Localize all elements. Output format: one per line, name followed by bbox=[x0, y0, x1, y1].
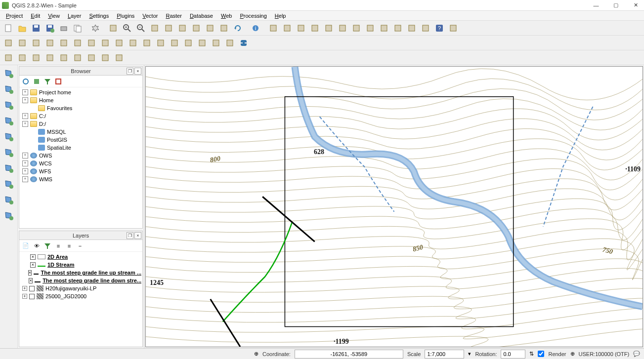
layer-item[interactable]: ×The most steep grade line up stream ... bbox=[20, 269, 141, 277]
current-edits-icon[interactable] bbox=[2, 37, 15, 49]
scale-lock-icon[interactable]: ▾ bbox=[468, 351, 471, 357]
scale-input[interactable] bbox=[425, 350, 464, 359]
browser-item[interactable]: +D:/ bbox=[20, 120, 141, 128]
label-show-icon[interactable] bbox=[182, 37, 195, 49]
browser-tree[interactable]: +Project home+Home Favourites+C:/+D:/ MS… bbox=[19, 87, 142, 228]
label-pin-icon[interactable] bbox=[168, 37, 181, 49]
add-postgis-icon[interactable] bbox=[2, 115, 15, 127]
toggle-edit-icon[interactable] bbox=[16, 37, 29, 49]
layer-visibility-checkbox[interactable] bbox=[29, 294, 35, 299]
toggle-extents-icon[interactable]: ⊕ bbox=[254, 351, 258, 357]
manage-visibility-icon[interactable]: 👁 bbox=[32, 241, 41, 250]
menu-edit[interactable]: Edit bbox=[27, 12, 44, 20]
collapse-all-icon[interactable]: ≡ bbox=[65, 241, 74, 250]
crosshair-icon[interactable] bbox=[71, 51, 84, 64]
open-table-icon[interactable] bbox=[336, 22, 349, 35]
add-wms-icon[interactable] bbox=[2, 130, 15, 143]
map-tips-icon[interactable] bbox=[378, 22, 390, 35]
maximize-button[interactable]: ▢ bbox=[609, 1, 622, 10]
browser-item[interactable]: +Project home bbox=[20, 88, 141, 96]
map-icon[interactable] bbox=[16, 51, 29, 64]
zoom-last-icon[interactable] bbox=[204, 22, 216, 35]
layer-visibility-checkbox[interactable]: × bbox=[30, 254, 36, 260]
layers-tree[interactable]: ×2D Area×1D Stream×The most steep grade … bbox=[19, 252, 142, 347]
help-icon[interactable]: ? bbox=[433, 22, 446, 35]
browser-item[interactable]: +Home bbox=[20, 96, 141, 104]
cut-features-icon[interactable] bbox=[99, 37, 112, 49]
rotation-input[interactable] bbox=[501, 350, 525, 359]
menu-plugins[interactable]: Plugins bbox=[113, 12, 138, 20]
layer-item[interactable]: +H20fujigawaryuiki-LP bbox=[20, 284, 141, 292]
zoom-next-icon[interactable] bbox=[217, 22, 230, 35]
rotation-spinner-icon[interactable]: ⇅ bbox=[529, 351, 534, 357]
filter-icon[interactable] bbox=[43, 77, 52, 86]
run-feature-action-icon[interactable] bbox=[267, 22, 280, 35]
browser-item[interactable]: +WMS bbox=[20, 175, 141, 183]
layer-visibility-checkbox[interactable]: × bbox=[28, 270, 32, 276]
browser-item[interactable]: PostGIS bbox=[20, 136, 141, 144]
collapse-icon[interactable] bbox=[54, 77, 63, 86]
zoom-full-icon[interactable] bbox=[162, 22, 175, 35]
messages-icon[interactable]: 💬 bbox=[633, 351, 640, 357]
delete-selected-icon[interactable] bbox=[85, 37, 98, 49]
bookmarks-icon[interactable] bbox=[405, 22, 418, 35]
label-change-icon[interactable] bbox=[223, 37, 236, 49]
layer-item[interactable]: ×2D Area bbox=[20, 253, 141, 261]
refresh-icon[interactable] bbox=[231, 22, 244, 35]
pan-icon[interactable] bbox=[89, 22, 102, 35]
menu-web[interactable]: Web bbox=[217, 12, 236, 20]
field-calc-icon[interactable] bbox=[350, 22, 363, 35]
minimize-button[interactable]: — bbox=[590, 1, 602, 10]
point-icon[interactable] bbox=[43, 51, 56, 64]
add-spatialite-icon[interactable] bbox=[2, 99, 15, 112]
menu-vector[interactable]: Vector bbox=[138, 12, 162, 20]
imagery-icon[interactable] bbox=[113, 51, 126, 64]
map-canvas[interactable]: 628 ·1109 1245 ·1199 850 750 800 bbox=[145, 66, 643, 347]
layers-close-button[interactable]: × bbox=[134, 232, 141, 239]
add-group-icon[interactable]: 📄 bbox=[21, 241, 30, 250]
copy-features-icon[interactable] bbox=[113, 37, 126, 49]
add-raster-icon[interactable] bbox=[2, 83, 15, 96]
identify-icon[interactable]: i bbox=[249, 22, 262, 35]
move-feature-icon[interactable] bbox=[57, 37, 70, 49]
layer-visibility-checkbox[interactable] bbox=[29, 286, 35, 291]
close-button[interactable]: ✕ bbox=[629, 1, 642, 10]
select-features-icon[interactable] bbox=[281, 22, 294, 35]
wizard-icon[interactable] bbox=[2, 51, 15, 64]
new-project-icon[interactable] bbox=[2, 22, 15, 35]
save-icon[interactable] bbox=[30, 22, 43, 35]
whats-this-icon[interactable] bbox=[447, 22, 460, 35]
menu-database[interactable]: Database bbox=[186, 12, 217, 20]
browser-item[interactable]: +C:/ bbox=[20, 112, 141, 120]
measure-icon[interactable] bbox=[364, 22, 377, 35]
label-rotate-icon[interactable] bbox=[210, 37, 222, 49]
menu-layer[interactable]: Layer bbox=[64, 12, 86, 20]
layer-item[interactable]: ×The most steep grade line down stre... bbox=[20, 277, 141, 284]
zoom-layer-icon[interactable] bbox=[190, 22, 203, 35]
expression-select-icon[interactable] bbox=[308, 22, 321, 35]
coordinate-input[interactable] bbox=[295, 350, 403, 359]
browser-item[interactable]: Favourites bbox=[20, 104, 141, 112]
wand-icon[interactable] bbox=[30, 51, 43, 64]
rotate-tool-icon[interactable] bbox=[57, 51, 70, 64]
add-delimited-icon[interactable] bbox=[2, 178, 15, 191]
browser-undock-button[interactable]: ❐ bbox=[127, 68, 133, 75]
label-settings-icon[interactable] bbox=[154, 37, 167, 49]
paste-features-icon[interactable] bbox=[127, 37, 139, 49]
remove-layer-icon[interactable]: − bbox=[76, 241, 85, 250]
menu-settings[interactable]: Settings bbox=[85, 12, 113, 20]
zoom-out-icon[interactable] bbox=[134, 22, 147, 35]
pan-to-selection-icon[interactable] bbox=[107, 22, 120, 35]
layer-visibility-checkbox[interactable]: × bbox=[30, 262, 36, 268]
layer-item[interactable]: ×1D Stream bbox=[20, 261, 141, 269]
text-annotation-icon[interactable] bbox=[391, 22, 404, 35]
zoom-native-icon[interactable] bbox=[148, 22, 161, 35]
add-virtual-icon[interactable] bbox=[2, 194, 15, 206]
menu-help[interactable]: Help bbox=[271, 12, 290, 20]
add-vector-icon[interactable] bbox=[2, 67, 15, 80]
add-layer-icon[interactable] bbox=[32, 77, 41, 86]
open-project-icon[interactable] bbox=[16, 22, 29, 35]
label-move-icon[interactable] bbox=[196, 37, 209, 49]
crs-icon[interactable]: ⊕ bbox=[570, 351, 575, 357]
menu-view[interactable]: View bbox=[44, 12, 64, 20]
